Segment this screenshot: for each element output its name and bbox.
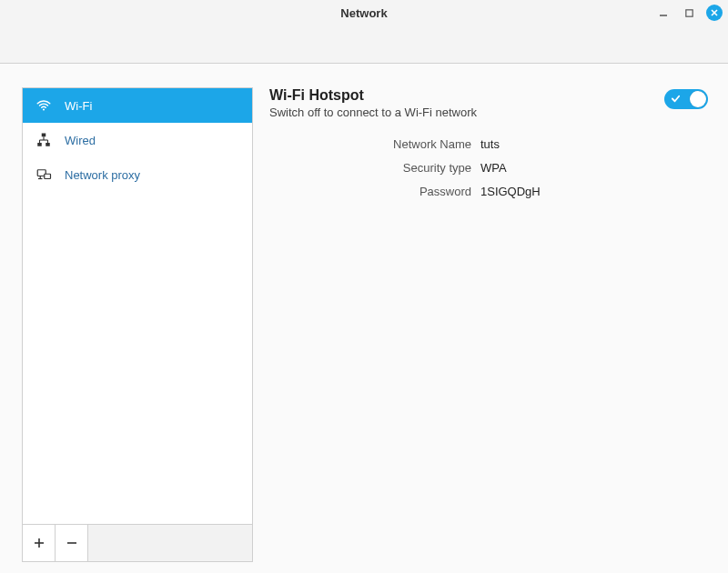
svg-rect-6 [37,143,42,146]
proxy-icon [35,166,52,183]
detail-label: Password [269,185,480,198]
sidebar-item-wired[interactable]: Wired [23,123,252,157]
close-button[interactable] [706,5,723,21]
sidebar: Wi-Fi Wired [22,87,253,524]
remove-connection-button[interactable] [56,525,88,561]
detail-label: Security type [269,161,480,175]
window-controls [655,0,723,25]
sidebar-container: Wi-Fi Wired [0,64,253,573]
sidebar-item-label: Network proxy [65,168,140,182]
sidebar-item-label: Wired [65,134,96,147]
detail-row-password: Password 1SIGQDgH [269,185,708,208]
detail-value: WPA [480,161,507,175]
svg-rect-1 [685,9,692,15]
hotspot-details: Network Name tuts Security type WPA Pass… [269,137,708,208]
svg-point-4 [43,108,45,110]
detail-value: tuts [480,137,500,151]
detail-label: Network Name [269,137,480,151]
wifi-icon [35,97,52,114]
content-pane: Wi-Fi Hotspot Switch off to connect to a… [253,64,728,573]
svg-rect-7 [46,143,50,146]
svg-rect-13 [45,174,51,178]
toolbar [0,25,728,64]
sidebar-item-wifi[interactable]: Wi-Fi [23,88,252,123]
svg-rect-5 [42,134,46,137]
sidebar-item-label: Wi-Fi [65,99,92,113]
maximize-button[interactable] [681,5,697,21]
minimize-button[interactable] [655,5,672,21]
content-header: Wi-Fi Hotspot Switch off to connect to a… [269,87,708,119]
wired-icon [35,132,52,148]
toggle-knob [690,91,706,107]
content-title: Wi-Fi Hotspot [269,87,477,104]
detail-row-network-name: Network Name tuts [269,137,708,161]
body: Wi-Fi Wired [0,64,728,573]
sidebar-item-proxy[interactable]: Network proxy [23,157,252,192]
content-subtitle: Switch off to connect to a Wi-Fi network [269,106,477,119]
content-header-texts: Wi-Fi Hotspot Switch off to connect to a… [269,87,477,119]
detail-value: 1SIGQDgH [480,185,541,198]
check-icon [671,94,681,106]
window-title: Network [340,6,387,20]
detail-row-security-type: Security type WPA [269,161,708,185]
sidebar-footer [22,524,253,562]
network-settings-window: Network [0,0,728,573]
hotspot-toggle[interactable] [664,89,708,109]
add-connection-button[interactable] [23,525,56,561]
titlebar: Network [0,0,728,25]
